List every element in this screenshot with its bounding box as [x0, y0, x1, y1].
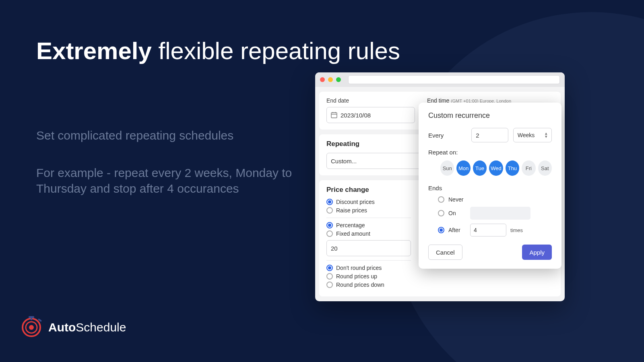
- round-up-radio[interactable]: Round prices up: [326, 273, 553, 280]
- every-label: Every: [428, 132, 466, 139]
- unit-value: Weeks: [518, 132, 535, 138]
- radio-off-icon: [438, 196, 444, 203]
- times-label: times: [510, 227, 523, 233]
- ends-after-input[interactable]: 4: [470, 224, 506, 237]
- ends-after-label: After: [448, 227, 466, 233]
- round-down-label: Round prices down: [336, 282, 384, 288]
- headline-bold: Extremely: [36, 37, 152, 64]
- svg-rect-4: [29, 316, 34, 318]
- ends-label: Ends: [428, 185, 552, 191]
- apply-label: Apply: [529, 249, 545, 256]
- days-row: SunMonTueWedThuFriSat: [440, 160, 552, 176]
- end-date-label: End date: [326, 97, 415, 104]
- maximize-icon[interactable]: [336, 77, 341, 82]
- ends-after-value: 4: [474, 227, 477, 233]
- headline: Extremely flexible repeating rules: [36, 38, 400, 64]
- brand-name: AutoSchedule: [48, 321, 126, 334]
- ends-on-date-input[interactable]: [470, 207, 530, 220]
- repeat-on-label: Repeat on:: [428, 149, 552, 156]
- day-sat[interactable]: Sat: [538, 160, 552, 176]
- divider: [326, 260, 411, 261]
- ends-never-radio[interactable]: Never: [438, 196, 552, 203]
- end-date-field: End date 2023/10/08: [326, 97, 415, 123]
- radio-off-icon: [326, 207, 333, 214]
- subtitle-2: For example - repeat every 2 weeks, Mond…: [36, 165, 294, 196]
- radio-on-icon: [326, 222, 333, 228]
- radio-on-icon: [438, 227, 444, 233]
- amount-value: 20: [331, 245, 338, 252]
- popover-actions: Cancel Apply: [428, 245, 552, 260]
- radio-off-icon: [326, 282, 333, 288]
- ends-after-radio[interactable]: After 4 times: [438, 224, 552, 237]
- repeating-value: Custom...: [331, 158, 357, 165]
- day-fri[interactable]: Fri: [522, 160, 535, 176]
- headline-rest: flexible repeating rules: [152, 37, 400, 64]
- end-date-value: 2023/10/08: [341, 112, 371, 119]
- radio-on-icon: [326, 199, 333, 205]
- brand-logo-icon: [20, 316, 43, 339]
- day-sun[interactable]: Sun: [440, 160, 454, 176]
- brand-name-bold: Auto: [48, 321, 76, 334]
- brand: AutoSchedule: [20, 316, 126, 339]
- close-icon[interactable]: [320, 77, 325, 82]
- custom-recurrence-popover: Custom recurrence Every 2 Weeks ▴▾ Repea…: [419, 103, 561, 269]
- fixed-amount-label: Fixed amount: [336, 230, 370, 237]
- cancel-button[interactable]: Cancel: [428, 245, 462, 260]
- day-tue[interactable]: Tue: [473, 160, 487, 176]
- raise-prices-label: Raise prices: [336, 207, 367, 214]
- round-down-radio[interactable]: Round prices down: [326, 282, 553, 288]
- radio-off-icon: [326, 273, 333, 280]
- day-wed[interactable]: Wed: [489, 160, 503, 176]
- brand-name-rest: Schedule: [76, 321, 126, 334]
- popover-title: Custom recurrence: [428, 111, 552, 120]
- window-titlebar: [315, 72, 565, 87]
- ends-on-label: On: [448, 210, 466, 216]
- radio-off-icon: [326, 230, 333, 237]
- unit-select[interactable]: Weeks ▴▾: [513, 128, 552, 142]
- svg-rect-6: [331, 113, 337, 118]
- ends-never-label: Never: [448, 196, 463, 203]
- cancel-label: Cancel: [436, 249, 455, 256]
- ends-on-radio[interactable]: On: [438, 207, 552, 220]
- round-up-label: Round prices up: [336, 273, 377, 280]
- percentage-label: Percentage: [336, 222, 365, 228]
- every-value: 2: [476, 132, 479, 139]
- discount-prices-label: Discount prices: [336, 199, 375, 205]
- day-mon[interactable]: Mon: [456, 160, 470, 176]
- subtitle-1: Set complicated repeating schedules: [36, 129, 233, 142]
- apply-button[interactable]: Apply: [522, 245, 552, 260]
- divider: [326, 218, 411, 218]
- calendar-icon: [331, 112, 337, 118]
- svg-point-2: [29, 325, 34, 330]
- end-date-input[interactable]: 2023/10/08: [326, 107, 415, 123]
- day-thu[interactable]: Thu: [506, 160, 519, 176]
- radio-off-icon: [438, 210, 444, 216]
- every-row: Every 2 Weeks ▴▾: [428, 128, 552, 142]
- amount-input[interactable]: 20: [326, 240, 411, 256]
- dont-round-label: Don't round prices: [336, 265, 382, 271]
- minimize-icon[interactable]: [328, 77, 333, 82]
- stepper-icon: ▴▾: [545, 132, 547, 138]
- radio-on-icon: [326, 265, 333, 271]
- address-bar[interactable]: [348, 75, 560, 84]
- every-input[interactable]: 2: [471, 128, 508, 142]
